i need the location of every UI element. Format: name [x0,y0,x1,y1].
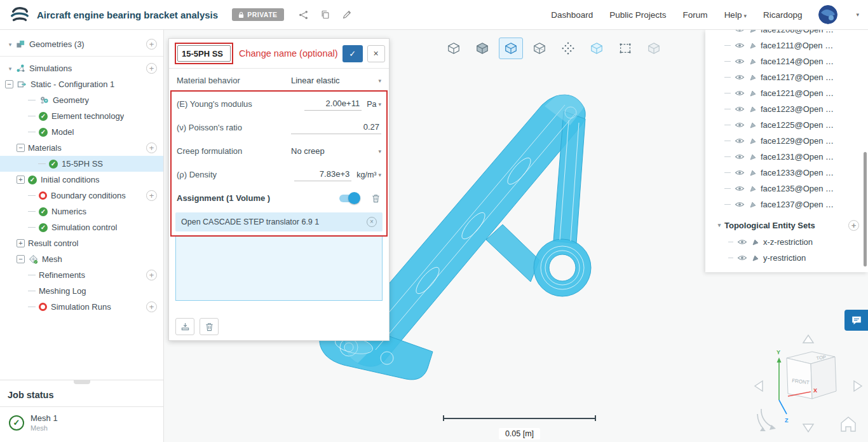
standard-views-icon[interactable] [442,38,466,59]
app-logo-icon[interactable] [9,4,31,25]
tree-item-model[interactable]: ✓Model [0,124,163,140]
face-list-item[interactable]: face1217@Open … [705,69,868,85]
tree-item-materials[interactable]: −Materials+ [0,140,163,156]
remove-assignment-icon[interactable]: × [367,217,377,227]
visibility-eye-icon[interactable] [735,58,745,65]
user-menu[interactable]: Ricardopg [763,10,803,20]
tree-item-result-control[interactable]: +Result control [0,235,163,251]
viewcube-left-arrow[interactable] [755,381,763,391]
nav-dashboard[interactable]: Dashboard [551,10,593,20]
tree-item-simulation-control[interactable]: ✓Simulation control [0,219,163,235]
wireframe-view-icon[interactable] [527,38,552,59]
nav-help[interactable]: Help▾ [724,10,747,20]
face-list-item[interactable]: face1225@Open … [705,117,868,133]
visibility-eye-icon[interactable] [737,254,747,261]
assignment-toggle[interactable] [339,195,358,202]
vertex-select-icon[interactable] [556,38,580,59]
copy-project-icon[interactable] [319,8,332,21]
assignment-chip[interactable]: Open CASCADE STEP translator 6.9 1 × [175,212,383,231]
visibility-eye-icon[interactable] [735,90,745,97]
add-entity-set-button[interactable]: + [848,220,859,231]
collapse-icon[interactable]: − [17,255,25,263]
shaded-view-icon[interactable] [470,38,494,59]
view-cube[interactable]: FRONT TOP Y X Z [754,334,863,439]
share-icon[interactable] [297,8,310,21]
face-list-item[interactable]: face1235@Open … [705,181,868,197]
visibility-eye-icon[interactable] [735,201,745,208]
home-icon[interactable] [841,417,855,431]
face-list-item[interactable]: face1231@Open … [705,149,868,165]
creep-formulation-select[interactable]: No creep▾ [291,146,381,156]
tree-item-mesh[interactable]: −Mesh [0,251,163,267]
face-list-item[interactable]: face1237@Open … [705,197,868,212]
edit-pencil-icon[interactable] [341,8,353,21]
tree-item-geometry[interactable]: Geometry [0,92,163,108]
visibility-eye-icon[interactable] [735,121,745,128]
rotate-ccw-arrow[interactable] [761,409,773,427]
face-list-item[interactable]: face1211@Open … [705,38,868,53]
nav-public-projects[interactable]: Public Projects [609,10,666,20]
chat-button[interactable] [844,310,868,331]
tree-item-initial-conditions[interactable]: +✓Initial conditions [0,172,163,188]
tree-item-numerics[interactable]: ✓Numerics [0,204,163,219]
youngs-modulus-input[interactable]: 2.00e+11 [304,97,362,111]
face-list-item[interactable]: face1208@Open … [705,30,868,38]
density-input[interactable]: 7.83e+3 [294,168,351,181]
youngs-modulus-unit-select[interactable]: Pa▾ [367,100,381,109]
collapse-handle[interactable] [74,380,90,384]
close-button[interactable]: × [367,45,385,62]
shaded-edges-view-icon[interactable] [499,38,523,59]
visibility-eye-icon[interactable] [735,74,745,81]
tree-item-static-configuration-1[interactable]: −Static - Configuration 1 [0,76,163,92]
add-boundary-conditions-button[interactable]: + [146,190,157,201]
tree-item-element-technology[interactable]: ✓Element technology [0,108,163,124]
assignment-selection-area[interactable] [175,236,383,301]
face-list-item[interactable]: face1214@Open … [705,53,868,69]
visibility-eye-icon[interactable] [735,137,745,144]
visibility-eye-icon[interactable] [735,42,745,49]
visibility-eye-icon[interactable] [735,153,745,160]
scrollbar-thumb[interactable] [864,152,867,266]
tree-item-simulation-runs[interactable]: Simulation Runs+ [0,299,163,315]
add-materials-button[interactable]: + [146,142,157,153]
tree-item-geometries[interactable]: ▾Geometries (3)+ [0,36,163,52]
tree-item-material-15-5ph-ss[interactable]: ✓15-5PH SS [0,156,163,172]
visibility-eye-icon[interactable] [735,185,745,192]
face-list-item[interactable]: face1223@Open … [705,101,868,117]
assignment-trash-icon[interactable] [370,193,381,204]
delete-material-button[interactable] [200,318,219,335]
entity-set-item[interactable]: x-z-restriction [705,234,868,250]
entity-set-item[interactable]: y-restriction [705,250,868,266]
add-simulation-runs-button[interactable]: + [146,301,157,312]
expand-icon[interactable]: + [17,176,25,184]
density-unit-select[interactable]: kg/m³▾ [356,170,381,179]
avatar[interactable] [818,5,837,24]
material-behavior-select[interactable]: Linear elastic▾ [291,76,381,85]
viewcube-up-arrow[interactable] [803,335,813,343]
tree-item-simulations[interactable]: ▾Simulations+ [0,60,163,76]
visibility-eye-icon[interactable] [735,169,745,176]
box-select-icon[interactable] [613,38,637,59]
job-status-item[interactable]: ✓ Mesh 1 Mesh [0,407,163,442]
visibility-eye-icon[interactable] [737,238,747,245]
import-material-button[interactable] [175,318,194,335]
visibility-eye-icon[interactable] [735,106,745,113]
tree-item-refinements[interactable]: Refinements+ [0,267,163,283]
viewcube-right-arrow[interactable] [854,381,862,391]
poisson-ratio-input[interactable]: 0.27 [291,121,381,134]
mesh-clip-icon[interactable] [642,38,666,59]
nav-forum[interactable]: Forum [683,10,708,20]
face-list-item[interactable]: face1233@Open … [705,165,868,181]
visibility-eye-icon[interactable] [735,30,745,33]
expand-icon[interactable]: + [17,239,25,247]
face-list-item[interactable]: face1221@Open … [705,85,868,101]
tree-item-boundary-conditions[interactable]: Boundary conditions+ [0,188,163,204]
tree-item-meshing-log[interactable]: Meshing Log [0,283,163,299]
user-menu-caret-icon[interactable]: ▾ [856,11,859,18]
topological-entity-sets-header[interactable]: ▾ Topological Entity Sets + [705,216,868,234]
add-simulations-button[interactable]: + [146,63,157,74]
material-name-input[interactable] [177,45,231,62]
face-list-item[interactable]: face1229@Open … [705,133,868,149]
viewcube-down-arrow[interactable] [803,424,813,432]
add-refinements-button[interactable]: + [146,270,157,280]
